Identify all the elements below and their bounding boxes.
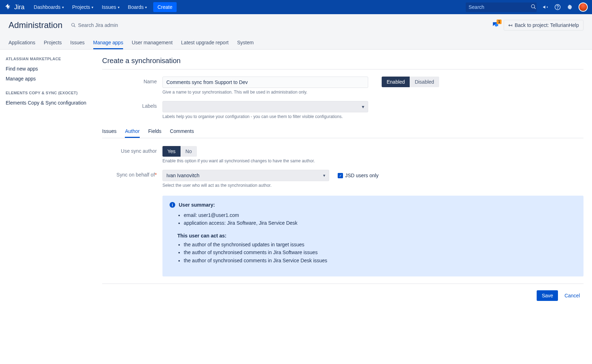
nav-icons xyxy=(542,2,588,12)
use-sync-author-label: Use sync author xyxy=(102,146,162,154)
admin-tabs: Applications Projects Issues Manage apps… xyxy=(9,37,583,49)
sidebar: ATLASSIAN MARKETPLACE Find new apps Mana… xyxy=(0,50,99,315)
tab-applications[interactable]: Applications xyxy=(9,37,35,49)
save-button[interactable]: Save xyxy=(537,290,558,301)
act-as-item: the author of synchronised comments in J… xyxy=(184,248,576,256)
chevron-down-icon: ▾ xyxy=(92,5,93,9)
tab-manage-apps[interactable]: Manage apps xyxy=(93,37,123,49)
back-to-project-button[interactable]: ↤ Back to project: TellurianHelp xyxy=(504,20,583,30)
svg-point-4 xyxy=(72,23,74,26)
help-icon[interactable] xyxy=(554,4,561,10)
page-title: Create a synchronisation xyxy=(102,57,583,65)
status-enabled-button[interactable]: Enabled xyxy=(382,77,410,87)
tab-user-management[interactable]: User management xyxy=(132,37,172,49)
avatar[interactable] xyxy=(579,2,588,12)
nav-dashboards[interactable]: Dashboards▾ xyxy=(30,2,67,12)
subtab-issues[interactable]: Issues xyxy=(102,125,116,138)
svg-point-3 xyxy=(558,8,558,9)
subtab-fields[interactable]: Fields xyxy=(148,125,161,138)
sidebar-item-find-apps[interactable]: Find new apps xyxy=(6,64,94,74)
top-nav: Jira Dashboards▾ Projects▾ Issues▾ Board… xyxy=(0,0,592,14)
tab-system[interactable]: System xyxy=(237,37,254,49)
svg-line-1 xyxy=(534,7,536,9)
svg-point-0 xyxy=(531,5,535,8)
info-icon: i xyxy=(170,202,175,208)
labels-help: Labels help you to organise your configu… xyxy=(162,114,583,119)
search-icon xyxy=(531,4,536,11)
behalf-help: Select the user who will act as the sync… xyxy=(162,183,583,188)
tab-upgrade-report[interactable]: Latest upgrade report xyxy=(181,37,229,49)
nav-issues[interactable]: Issues▾ xyxy=(98,2,123,12)
search-icon xyxy=(71,23,76,28)
nav-items: Dashboards▾ Projects▾ Issues▾ Boards▾ Cr… xyxy=(30,2,177,12)
nav-projects[interactable]: Projects▾ xyxy=(69,2,97,12)
use-sync-toggle: Yes No xyxy=(162,146,197,157)
jira-logo[interactable]: Jira xyxy=(4,3,24,11)
use-sync-no-button[interactable]: No xyxy=(181,146,197,157)
admin-title: Administration xyxy=(9,20,62,30)
sub-tabs: Issues Author Fields Comments xyxy=(102,125,583,138)
jsd-checkbox-wrapper[interactable]: ✓ JSD users only xyxy=(338,173,378,178)
jsd-label: JSD users only xyxy=(345,173,378,178)
act-as-item: the author of synchronised comments in J… xyxy=(184,257,576,264)
labels-select[interactable] xyxy=(162,101,368,112)
summary-title: User summary: xyxy=(179,202,215,208)
admin-search[interactable]: Search Jira admin xyxy=(71,22,118,28)
behalf-label: Sync on behalf of* xyxy=(102,170,162,178)
cancel-button[interactable]: Cancel xyxy=(561,290,583,301)
subtab-comments[interactable]: Comments xyxy=(170,125,194,138)
use-sync-yes-button[interactable]: Yes xyxy=(162,146,181,157)
sidebar-item-manage-apps[interactable]: Manage apps xyxy=(6,74,94,84)
subtab-author[interactable]: Author xyxy=(125,125,139,138)
name-input[interactable] xyxy=(162,77,368,88)
name-help: Give a name to your synchronisation. Thi… xyxy=(162,90,583,95)
chevron-down-icon: ▾ xyxy=(145,5,147,9)
main-content: Create a synchronisation Name Enabled Di… xyxy=(99,50,592,315)
sidebar-heading-exocet: ELEMENTS COPY & SYNC (EXOCET) xyxy=(6,91,94,95)
act-as-title: This user can act as: xyxy=(177,233,576,239)
use-sync-help: Enable this option if you want all synch… xyxy=(162,158,583,163)
feedback-icon[interactable]: 1 xyxy=(492,21,499,30)
tab-projects[interactable]: Projects xyxy=(44,37,62,49)
sidebar-item-copy-sync-config[interactable]: Elements Copy & Sync configuration xyxy=(6,98,94,108)
chevron-down-icon: ▾ xyxy=(118,5,120,9)
megaphone-icon[interactable] xyxy=(542,4,549,10)
global-search[interactable] xyxy=(466,2,537,12)
nav-boards[interactable]: Boards▾ xyxy=(125,2,150,12)
arrow-left-icon: ↤ xyxy=(508,22,513,28)
gear-icon[interactable] xyxy=(566,4,573,10)
jsd-checkbox[interactable]: ✓ xyxy=(338,173,343,178)
summary-detail: email: user1@user1.com xyxy=(184,211,576,219)
behalf-user-select[interactable]: Ivan Ivanovitch xyxy=(162,170,329,181)
labels-label: Labels xyxy=(102,101,162,109)
tab-issues[interactable]: Issues xyxy=(70,37,84,49)
brand-text: Jira xyxy=(14,4,24,11)
act-as-item: the author of the synchronised updates i… xyxy=(184,241,576,248)
summary-detail: application access: Jira Software, Jira … xyxy=(184,219,576,227)
status-toggle: Enabled Disabled xyxy=(382,77,439,87)
jira-logo-icon xyxy=(4,3,12,11)
status-disabled-button[interactable]: Disabled xyxy=(410,77,439,87)
chevron-down-icon: ▾ xyxy=(62,5,64,9)
feedback-badge: 1 xyxy=(497,19,502,24)
user-summary-panel: i User summary: email: user1@user1.com a… xyxy=(162,196,583,276)
form-footer: Save Cancel xyxy=(102,284,583,301)
search-input[interactable] xyxy=(469,4,531,10)
svg-line-5 xyxy=(74,26,76,27)
create-button[interactable]: Create xyxy=(153,2,177,12)
admin-header: Administration Search Jira admin 1 ↤ Bac… xyxy=(0,14,592,50)
name-label: Name xyxy=(102,77,162,84)
sidebar-heading-marketplace: ATLASSIAN MARKETPLACE xyxy=(6,57,94,61)
